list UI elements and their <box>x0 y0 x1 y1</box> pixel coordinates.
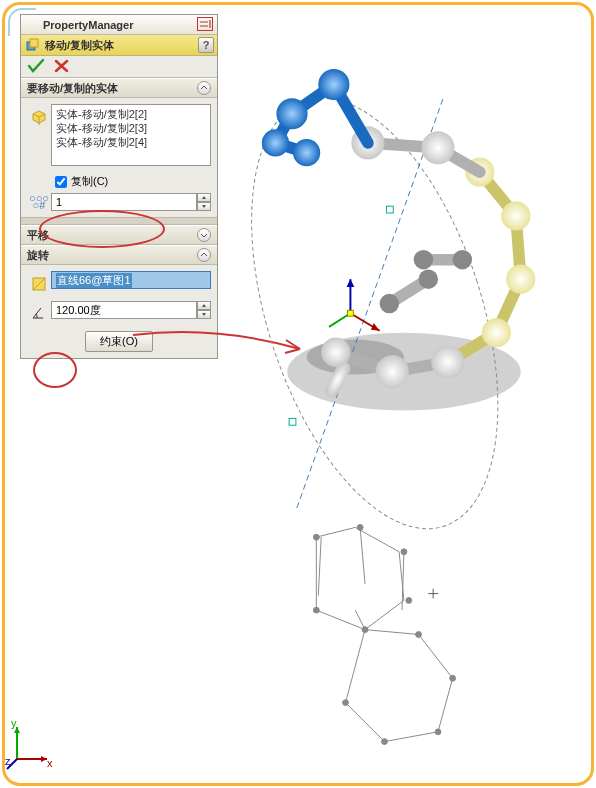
svg-rect-12 <box>289 418 296 425</box>
svg-point-47 <box>453 250 472 269</box>
rotate-section-body: 直线66@草图1 120.00度 约束(O) <box>21 265 217 358</box>
spin-down-icon <box>197 202 211 211</box>
feature-title: 移动/复制实体 <box>45 38 114 53</box>
ok-button[interactable] <box>27 58 45 76</box>
svg-point-44 <box>376 355 409 388</box>
3d-viewport[interactable] <box>219 15 585 777</box>
count-icon: ○○○○# <box>27 195 51 209</box>
svg-point-55 <box>318 69 349 100</box>
svg-point-57 <box>293 139 320 166</box>
svg-point-43 <box>431 345 464 378</box>
ok-cancel-bar <box>21 56 217 78</box>
svg-point-15 <box>401 549 407 555</box>
svg-point-49 <box>419 269 438 288</box>
spin-up-icon <box>197 193 211 202</box>
bodies-section-body: 实体-移动/复制2[2] 实体-移动/复制2[3] 实体-移动/复制2[4] 复… <box>21 98 217 217</box>
angle-icon <box>27 299 51 321</box>
spin-up-icon <box>197 301 211 310</box>
pin-icon[interactable] <box>197 17 213 31</box>
svg-text:y: y <box>11 721 17 729</box>
svg-point-16 <box>406 597 412 603</box>
cancel-button[interactable] <box>53 58 71 76</box>
svg-point-48 <box>380 294 399 313</box>
list-item[interactable]: 实体-移动/复制2[3] <box>56 121 206 135</box>
svg-rect-11 <box>386 206 393 213</box>
axis-select-icon <box>27 271 51 293</box>
constrain-button[interactable]: 约束(O) <box>85 331 153 352</box>
svg-point-23 <box>343 700 349 706</box>
svg-point-46 <box>414 250 433 269</box>
axis-input[interactable]: 直线66@草图1 <box>51 271 211 289</box>
svg-point-19 <box>416 632 422 638</box>
bodies-section-title: 要移动/复制的实体 <box>27 81 118 96</box>
svg-point-32 <box>506 265 535 294</box>
svg-point-20 <box>450 675 456 681</box>
translate-section-title: 平移 <box>27 228 49 243</box>
svg-point-54 <box>276 98 307 129</box>
svg-point-31 <box>501 201 530 230</box>
rotate-section-header[interactable]: 旋转 <box>21 245 217 265</box>
help-button[interactable]: ? <box>198 37 214 53</box>
svg-point-42 <box>421 131 454 164</box>
count-input[interactable]: 1 <box>51 193 197 211</box>
list-item[interactable]: 实体-移动/复制2[4] <box>56 135 206 149</box>
pm-title: PropertyManager <box>43 19 133 31</box>
svg-point-33 <box>482 318 511 347</box>
body-select-icon <box>27 104 51 166</box>
property-manager-panel: PropertyManager 移动/复制实体 ? 要移动/复制的实体 实体-移… <box>20 14 218 359</box>
svg-text:z: z <box>5 755 11 767</box>
svg-point-21 <box>435 729 441 735</box>
bodies-list[interactable]: 实体-移动/复制2[2] 实体-移动/复制2[3] 实体-移动/复制2[4] <box>51 104 211 166</box>
rotate-section-title: 旋转 <box>27 248 49 263</box>
translate-section-header[interactable]: 平移 <box>21 225 217 245</box>
chevron-up-icon[interactable] <box>197 81 211 95</box>
panel-gap <box>21 217 217 225</box>
chevron-down-icon[interactable] <box>197 228 211 242</box>
copy-checkbox[interactable] <box>55 176 67 188</box>
svg-point-22 <box>382 739 388 745</box>
feature-header: 移动/复制实体 ? <box>21 35 217 56</box>
svg-text:x: x <box>47 757 53 769</box>
svg-rect-1 <box>30 39 38 47</box>
svg-point-17 <box>362 627 368 633</box>
view-triad: y x z <box>5 721 55 771</box>
angle-input[interactable]: 120.00度 <box>51 301 197 319</box>
move-copy-icon <box>25 37 41 53</box>
count-spinner[interactable] <box>197 193 211 211</box>
svg-point-14 <box>357 524 363 530</box>
list-item[interactable]: 实体-移动/复制2[2] <box>56 107 206 121</box>
bodies-section-header[interactable]: 要移动/复制的实体 <box>21 78 217 98</box>
copy-label: 复制(C) <box>71 174 108 189</box>
svg-point-18 <box>313 607 319 613</box>
pm-title-bar: PropertyManager <box>21 15 217 35</box>
svg-point-45 <box>321 338 350 367</box>
angle-spinner[interactable] <box>197 301 211 319</box>
svg-point-13 <box>313 534 319 540</box>
svg-rect-10 <box>347 310 353 316</box>
spin-down-icon <box>197 310 211 319</box>
svg-point-56 <box>262 129 289 156</box>
chevron-up-icon[interactable] <box>197 248 211 262</box>
svg-line-6 <box>297 99 443 508</box>
model-view[interactable] <box>219 15 585 777</box>
